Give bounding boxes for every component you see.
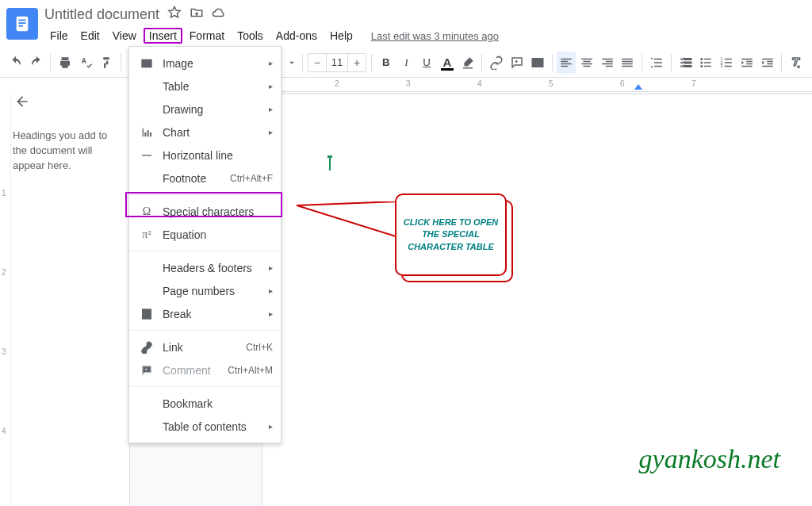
print-button[interactable] xyxy=(56,52,75,74)
document-title[interactable]: Untitled document xyxy=(44,6,159,23)
menu-item-table-of-contents[interactable]: Table of contents ▸ xyxy=(129,415,281,438)
svg-rect-13 xyxy=(143,309,151,313)
menu-label: Table xyxy=(163,80,189,93)
menu-label: Bookmark xyxy=(163,397,213,410)
separator xyxy=(121,54,121,71)
menu-item-chart[interactable]: Chart ▸ xyxy=(129,121,281,144)
submenu-arrow-icon: ▸ xyxy=(269,105,273,113)
outline-placeholder-text: Headings you add to the document will ap… xyxy=(13,128,117,174)
increase-indent-button[interactable] xyxy=(758,52,777,74)
checklist-button[interactable] xyxy=(676,52,695,74)
menu-label: Headers & footers xyxy=(163,262,252,274)
align-left-button[interactable] xyxy=(557,52,576,74)
undo-button[interactable] xyxy=(6,52,25,74)
ruler-mark: 6 xyxy=(620,79,625,88)
redo-button[interactable] xyxy=(27,52,46,74)
svg-rect-1 xyxy=(18,20,25,21)
ruler-mark: 7 xyxy=(691,79,696,88)
menu-item-headers-footers[interactable]: Headers & footers ▸ xyxy=(129,256,281,279)
menu-help[interactable]: Help xyxy=(324,28,358,44)
menu-item-footnote[interactable]: Footnote Ctrl+Alt+F xyxy=(129,167,281,190)
menu-bar: File Edit View Insert Format Tools Add-o… xyxy=(44,25,499,46)
add-comment-button[interactable] xyxy=(508,52,527,74)
image-icon xyxy=(139,57,155,70)
cloud-status-icon[interactable] xyxy=(212,6,226,23)
menu-item-page-numbers[interactable]: Page numbers ▸ xyxy=(129,279,281,302)
annotation-callout: CLICK HERE TO OPEN THE SPECIAL CHARACTER… xyxy=(395,194,507,276)
line-spacing-button[interactable] xyxy=(647,52,666,74)
shortcut-label: Ctrl+K xyxy=(246,342,273,353)
decrease-indent-button[interactable] xyxy=(737,52,756,74)
menu-item-equation[interactable]: π² Equation xyxy=(129,223,281,246)
align-justify-button[interactable] xyxy=(619,52,638,74)
styles-dropdown-arrow[interactable] xyxy=(286,52,297,74)
menu-addons[interactable]: Add-ons xyxy=(270,28,323,44)
insert-link-button[interactable] xyxy=(487,52,506,74)
title-bar: Untitled document File Edit View Insert … xyxy=(0,0,812,48)
bulleted-list-button[interactable] xyxy=(697,52,716,74)
submenu-arrow-icon: ▸ xyxy=(269,128,273,136)
right-indent-marker[interactable] xyxy=(634,84,642,90)
last-edit-link[interactable]: Last edit was 3 minutes ago xyxy=(371,30,499,42)
menu-separator xyxy=(129,194,281,195)
submenu-arrow-icon: ▸ xyxy=(269,286,273,295)
shortcut-label: Ctrl+Alt+M xyxy=(228,365,273,376)
numbered-list-button[interactable]: 123 xyxy=(717,52,736,74)
text-cursor xyxy=(329,158,331,171)
shortcut-label: Ctrl+Alt+F xyxy=(230,173,273,184)
highlight-color-button[interactable] xyxy=(458,52,477,74)
insert-dropdown-menu: Image ▸ Table ▸ Drawing ▸ Chart ▸ Horizo… xyxy=(128,46,282,443)
menu-item-image[interactable]: Image ▸ xyxy=(129,52,281,75)
underline-button[interactable]: U xyxy=(417,52,436,74)
menu-separator xyxy=(129,386,281,387)
font-size-decrease[interactable]: − xyxy=(308,56,326,69)
docs-logo[interactable] xyxy=(6,8,38,40)
menu-file[interactable]: File xyxy=(44,28,74,44)
separator xyxy=(642,54,642,71)
move-icon[interactable] xyxy=(190,6,204,23)
submenu-arrow-icon: ▸ xyxy=(269,82,273,90)
align-right-button[interactable] xyxy=(598,52,617,74)
ruler-mark: 3 xyxy=(406,79,411,88)
menu-format[interactable]: Format xyxy=(184,28,230,44)
menu-label: Break xyxy=(163,308,192,320)
text-color-button[interactable]: A xyxy=(438,52,457,74)
ruler-mark: 2 xyxy=(335,79,339,88)
insert-image-button[interactable] xyxy=(528,52,547,74)
menu-item-special-characters[interactable]: Ω Special characters xyxy=(129,200,281,223)
spellcheck-button[interactable] xyxy=(76,52,95,74)
menu-item-drawing[interactable]: Drawing ▸ xyxy=(129,98,281,121)
menu-label: Image xyxy=(163,57,193,70)
align-center-button[interactable] xyxy=(577,52,596,74)
toolbar: − 11 + B I U A 123 xyxy=(0,48,812,78)
submenu-arrow-icon: ▸ xyxy=(269,422,273,431)
menu-view[interactable]: View xyxy=(107,28,142,44)
submenu-arrow-icon: ▸ xyxy=(269,59,273,67)
svg-point-6 xyxy=(701,61,703,63)
svg-rect-11 xyxy=(142,59,151,67)
annotation-arrow xyxy=(297,201,400,249)
menu-tools[interactable]: Tools xyxy=(232,28,269,44)
menu-edit[interactable]: Edit xyxy=(75,28,105,44)
outline-collapse-button[interactable] xyxy=(13,92,32,111)
menu-item-link[interactable]: Link Ctrl+K xyxy=(129,335,281,358)
clear-formatting-button[interactable] xyxy=(787,52,806,74)
italic-button[interactable]: I xyxy=(397,52,416,74)
font-size-control[interactable]: − 11 + xyxy=(308,53,366,72)
horizontal-line-icon xyxy=(139,149,155,162)
menu-item-bookmark[interactable]: Bookmark xyxy=(129,392,281,415)
star-icon[interactable] xyxy=(167,6,182,23)
submenu-arrow-icon: ▸ xyxy=(269,309,273,318)
font-size-increase[interactable]: + xyxy=(348,56,366,69)
paint-format-button[interactable] xyxy=(97,52,116,74)
outline-panel: Headings you add to the document will ap… xyxy=(0,78,130,506)
font-size-value[interactable]: 11 xyxy=(326,54,348,71)
bold-button[interactable]: B xyxy=(377,52,396,74)
separator xyxy=(671,54,672,71)
menu-insert[interactable]: Insert xyxy=(144,28,182,44)
menu-item-break[interactable]: Break ▸ xyxy=(129,302,281,325)
menu-label: Table of contents xyxy=(163,420,247,433)
separator xyxy=(781,54,782,71)
menu-item-horizontal-line[interactable]: Horizontal line xyxy=(129,144,281,167)
menu-item-table[interactable]: Table ▸ xyxy=(129,75,281,98)
